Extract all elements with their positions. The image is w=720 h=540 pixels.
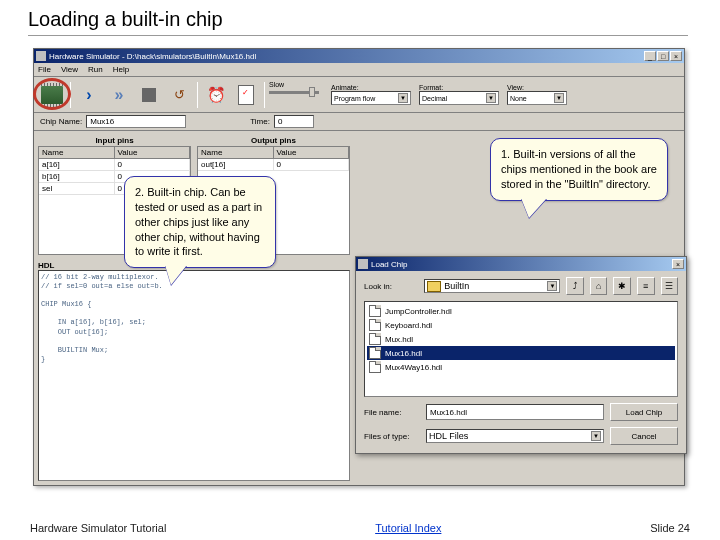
value-col: Value: [274, 147, 350, 158]
filename-value: Mux16.hdl: [430, 408, 467, 417]
up-folder-button[interactable]: ⤴: [566, 277, 584, 295]
toolbar-sep: [264, 82, 265, 108]
details-view-button[interactable]: ☰: [661, 277, 679, 295]
pin-name: sel: [39, 183, 115, 194]
view-combo[interactable]: None▼: [507, 91, 567, 105]
speed-slider[interactable]: [269, 91, 319, 94]
file-name: Mux.hdl: [385, 335, 413, 344]
menubar: File View Run Help: [34, 63, 684, 77]
window-title: Hardware Simulator - D:\hack\simulators\…: [49, 52, 644, 61]
chevron-down-icon: ▼: [398, 93, 408, 103]
pin-value[interactable]: 0: [115, 159, 191, 170]
reset-button[interactable]: ↺: [165, 81, 193, 109]
table-row: a[16]0: [39, 159, 190, 171]
input-pins-header: Input pins: [38, 135, 191, 146]
chevron-down-icon: ▼: [486, 93, 496, 103]
reset-icon: ↺: [170, 86, 188, 104]
animate-label: Animate:: [331, 84, 411, 91]
home-button[interactable]: ⌂: [590, 277, 608, 295]
file-name: Keyboard.hdl: [385, 321, 432, 330]
time-value: 0: [278, 117, 282, 126]
pin-name: b[16]: [39, 171, 115, 182]
callout-2: 2. Built-in chip. Can be tested or used …: [124, 176, 276, 268]
filetype-value: HDL Files: [429, 431, 468, 441]
chip-icon: [41, 86, 63, 104]
filetype-combo[interactable]: HDL Files▼: [426, 429, 604, 443]
load-chip-confirm-button[interactable]: Load Chip: [610, 403, 678, 421]
dialog-body: Look in: BuiltIn ▼ ⤴ ⌂ ✱ ≡ ☰ JumpControl…: [356, 271, 686, 457]
stop-icon: [142, 88, 156, 102]
stop-button[interactable]: [135, 81, 163, 109]
filetype-label: Files of type:: [364, 432, 420, 441]
footer-left: Hardware Simulator Tutorial: [30, 522, 166, 534]
list-item[interactable]: Keyboard.hdl: [367, 318, 675, 332]
time-label: Time:: [250, 117, 270, 126]
maximize-button[interactable]: □: [657, 51, 669, 61]
title-underline: [28, 35, 688, 36]
filetype-row: Files of type: HDL Files▼ Cancel: [364, 427, 678, 445]
menu-view[interactable]: View: [61, 65, 78, 74]
list-item-selected[interactable]: Mux16.hdl: [367, 346, 675, 360]
slide-title: Loading a built-in chip: [0, 0, 720, 35]
clock-icon: ⏰: [206, 85, 226, 105]
filename-input[interactable]: Mux16.hdl: [426, 404, 604, 420]
close-button[interactable]: ×: [670, 51, 682, 61]
chevron-down-icon: ▼: [547, 281, 557, 291]
slow-label: Slow: [269, 81, 284, 88]
value-col: Value: [115, 147, 191, 158]
toolbar-sep: [70, 82, 71, 108]
slide-footer: Hardware Simulator Tutorial Tutorial Ind…: [0, 522, 720, 534]
chip-name-label: Chip Name:: [40, 117, 82, 126]
time-field: 0: [274, 115, 314, 128]
lookin-combo[interactable]: BuiltIn ▼: [424, 279, 560, 293]
chip-name-field: Mux16: [86, 115, 186, 128]
double-chevron-icon: »: [110, 87, 128, 103]
filename-row: File name: Mux16.hdl Load Chip: [364, 403, 678, 421]
eval-button[interactable]: [232, 81, 260, 109]
menu-file[interactable]: File: [38, 65, 51, 74]
lookin-row: Look in: BuiltIn ▼ ⤴ ⌂ ✱ ≡ ☰: [364, 277, 678, 295]
list-item[interactable]: Mux.hdl: [367, 332, 675, 346]
file-icon: [369, 319, 381, 331]
pin-name: a[16]: [39, 159, 115, 170]
file-icon: [369, 361, 381, 373]
new-folder-button[interactable]: ✱: [613, 277, 631, 295]
slider-thumb[interactable]: [309, 87, 315, 97]
window-titlebar: Hardware Simulator - D:\hack\simulators\…: [34, 49, 684, 63]
pins-thead: Name Value: [198, 147, 349, 159]
animate-combo[interactable]: Program flow▼: [331, 91, 411, 105]
eval-icon: [238, 85, 254, 105]
run-button[interactable]: »: [105, 81, 133, 109]
list-item[interactable]: JumpController.hdl: [367, 304, 675, 318]
single-step-button[interactable]: ›: [75, 81, 103, 109]
tutorial-index-link[interactable]: Tutorial Index: [375, 522, 441, 534]
load-chip-button[interactable]: [38, 81, 66, 109]
name-col: Name: [39, 147, 115, 158]
menu-help[interactable]: Help: [113, 65, 129, 74]
cancel-button[interactable]: Cancel: [610, 427, 678, 445]
file-list[interactable]: JumpController.hdl Keyboard.hdl Mux.hdl …: [364, 301, 678, 397]
toolbar-sep: [197, 82, 198, 108]
lookin-label: Look in:: [364, 282, 418, 291]
load-chip-dialog: Load Chip × Look in: BuiltIn ▼ ⤴ ⌂ ✱ ≡ ☰…: [355, 256, 687, 454]
file-icon: [369, 347, 381, 359]
speed-slider-box: Slow: [269, 81, 329, 109]
list-item[interactable]: Mux4Way16.hdl: [367, 360, 675, 374]
app-icon: [36, 51, 46, 61]
chevron-down-icon: ▼: [591, 431, 601, 441]
menu-run[interactable]: Run: [88, 65, 103, 74]
animate-value: Program flow: [334, 95, 375, 102]
file-icon: [369, 333, 381, 345]
name-col: Name: [198, 147, 274, 158]
dialog-close-button[interactable]: ×: [672, 259, 684, 269]
minimize-button[interactable]: _: [644, 51, 656, 61]
tick-button[interactable]: ⏰: [202, 81, 230, 109]
hdl-code: // 16 bit 2-way multiplexor. // if sel=0…: [38, 270, 350, 481]
format-combo[interactable]: Decimal▼: [419, 91, 499, 105]
view-value: None: [510, 95, 527, 102]
list-view-button[interactable]: ≡: [637, 277, 655, 295]
view-group: View: None▼: [507, 84, 567, 105]
pins-thead: Name Value: [39, 147, 190, 159]
view-label: View:: [507, 84, 567, 91]
animate-group: Animate: Program flow▼: [331, 84, 411, 105]
